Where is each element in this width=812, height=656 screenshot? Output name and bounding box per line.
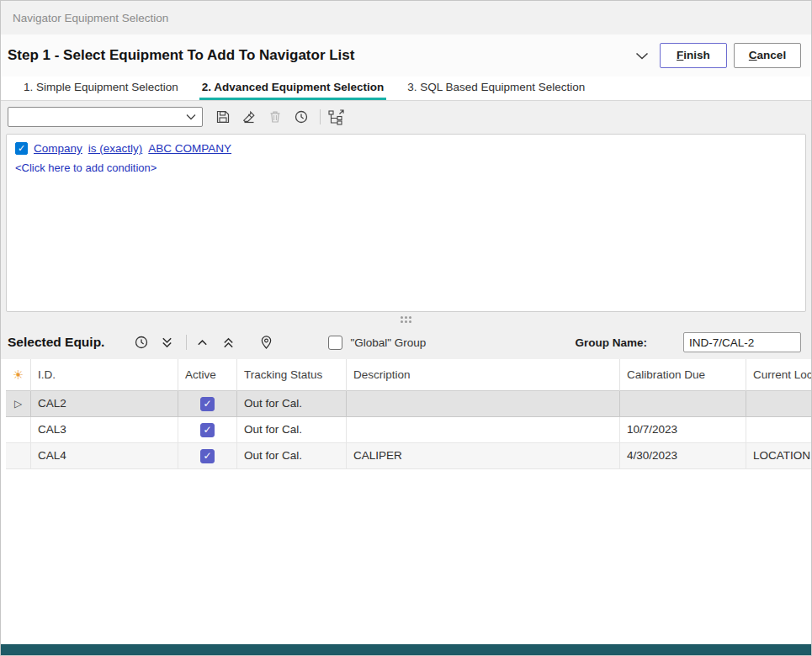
clear-filter-button[interactable]	[237, 106, 260, 129]
hierarchy-arrow-icon	[327, 108, 346, 125]
active-checkbox[interactable]	[200, 423, 215, 437]
global-group-checkbox[interactable]	[328, 336, 342, 350]
cell-calibration-due[interactable]	[620, 391, 746, 417]
selected-equipment-table: ☀ I.D. Active Tracking Status Descriptio…	[6, 359, 811, 469]
table-row[interactable]: CAL3 Out for Cal. 10/7/2023	[6, 417, 811, 443]
double-chevron-down-icon	[161, 336, 173, 349]
location-pin-icon	[260, 335, 273, 350]
table-header-row: ☀ I.D. Active Tracking Status Descriptio…	[6, 359, 811, 391]
cell-active	[178, 443, 237, 469]
hierarchy-export-button[interactable]	[325, 106, 348, 129]
double-chevron-up-icon	[222, 336, 235, 349]
cell-current-location[interactable]	[746, 391, 811, 417]
row-selector-cell[interactable]: ▷	[6, 391, 31, 417]
cell-active	[178, 417, 237, 443]
cell-current-location[interactable]: LOCATION	[746, 443, 811, 469]
table-row[interactable]: ▷ CAL2 Out for Cal.	[6, 391, 811, 417]
cell-tracking-status[interactable]: Out for Cal.	[237, 391, 347, 417]
saved-filter-dropdown[interactable]	[8, 107, 203, 127]
current-row-indicator-icon: ▷	[14, 391, 22, 416]
collapse-chevron-icon[interactable]	[631, 45, 653, 66]
clock-icon	[294, 109, 309, 124]
window-titlebar: Navigator Equipment Selection	[1, 1, 811, 34]
selected-equip-title: Selected Equip.	[8, 335, 104, 350]
group-name-label: Group Name:	[575, 336, 647, 349]
cell-calibration-due[interactable]: 10/7/2023	[620, 417, 746, 443]
row-selector-cell[interactable]	[6, 417, 31, 443]
condition-checkbox[interactable]	[15, 142, 28, 155]
cell-active	[178, 391, 237, 417]
column-header-calibration-due[interactable]: Calibration Due	[620, 359, 746, 391]
selection-tabs: 1. Simple Equipment Selection 2. Advance…	[1, 77, 811, 101]
tab-simple-equipment-selection[interactable]: 1. Simple Equipment Selection	[21, 77, 181, 100]
condition-value-link[interactable]: ABC COMPANY	[148, 142, 231, 155]
row-selector-cell[interactable]	[6, 443, 31, 469]
filter-toolbar	[1, 102, 811, 132]
navigator-equipment-selection-window: Navigator Equipment Selection Step 1 - S…	[0, 0, 812, 656]
column-header-description[interactable]: Description	[347, 359, 620, 391]
controls-separator	[186, 335, 187, 350]
column-header-id[interactable]: I.D.	[31, 359, 178, 391]
condition-builder-panel: Company is (exactly) ABC COMPANY <Click …	[6, 134, 806, 312]
splitter-grip-icon	[401, 316, 411, 323]
trash-icon	[268, 109, 283, 124]
move-top-button[interactable]	[217, 331, 240, 354]
tab-sql-based-equipment-selection[interactable]: 3. SQL Based Equipment Selection	[405, 77, 587, 100]
chevron-up-icon	[196, 336, 209, 349]
cell-description[interactable]	[347, 391, 620, 417]
cell-id[interactable]: CAL4	[31, 443, 178, 469]
header-indicator-cell[interactable]: ☀	[6, 359, 31, 391]
window-title: Navigator Equipment Selection	[13, 12, 168, 24]
cell-tracking-status[interactable]: Out for Cal.	[237, 443, 347, 469]
tab-advanced-equipment-selection[interactable]: 2. Advanced Equipment Selection	[199, 77, 386, 100]
filter-history-button[interactable]	[289, 106, 312, 129]
wizard-header: Step 1 - Select Equipment To Add To Navi…	[1, 34, 811, 77]
cell-tracking-status[interactable]: Out for Cal.	[237, 417, 347, 443]
cell-id[interactable]: CAL3	[31, 417, 178, 443]
condition-field-link[interactable]: Company	[34, 142, 82, 155]
move-up-button[interactable]	[191, 331, 214, 354]
cell-description[interactable]	[347, 417, 620, 443]
delete-filter-button[interactable]	[263, 106, 286, 129]
cell-current-location[interactable]	[746, 417, 811, 443]
sun-icon: ☀	[13, 359, 24, 391]
clock-icon	[134, 335, 149, 350]
panel-splitter[interactable]	[1, 314, 811, 325]
location-button[interactable]	[255, 331, 278, 354]
active-checkbox[interactable]	[200, 449, 215, 463]
column-header-active[interactable]: Active	[178, 359, 237, 391]
active-checkbox[interactable]	[200, 397, 215, 411]
selected-equipment-controls: Selected Equip.	[1, 327, 811, 357]
table-row[interactable]: CAL4 Out for Cal. CALIPER 4/30/2023 LOCA…	[6, 443, 811, 469]
cell-id[interactable]: CAL2	[31, 391, 178, 417]
add-condition-link[interactable]: <Click here to add condition>	[15, 161, 797, 174]
save-icon	[215, 109, 231, 124]
column-header-current-location[interactable]: Current Location	[746, 359, 811, 391]
cancel-button[interactable]: Cancel	[734, 43, 801, 68]
group-name-input[interactable]	[683, 332, 801, 352]
eraser-icon	[241, 109, 257, 124]
condition-operator-link[interactable]: is (exactly)	[88, 142, 143, 155]
column-header-tracking-status[interactable]: Tracking Status	[237, 359, 347, 391]
global-group-label: "Global" Group	[350, 336, 426, 349]
finish-button[interactable]: Finish	[660, 43, 727, 68]
move-bottom-button[interactable]	[156, 331, 178, 354]
save-filter-button[interactable]	[211, 106, 234, 129]
status-bar	[1, 644, 811, 655]
global-group-field: "Global" Group	[328, 336, 426, 350]
toolbar-separator	[320, 109, 321, 124]
condition-row: Company is (exactly) ABC COMPANY	[15, 142, 797, 155]
history-button[interactable]	[130, 331, 152, 354]
cell-calibration-due[interactable]: 4/30/2023	[620, 443, 746, 469]
chevron-down-icon	[186, 114, 196, 120]
cell-description[interactable]: CALIPER	[347, 443, 620, 469]
step-title: Step 1 - Select Equipment To Add To Navi…	[8, 47, 354, 64]
selected-equipment-table-area: ☀ I.D. Active Tracking Status Descriptio…	[1, 359, 811, 644]
